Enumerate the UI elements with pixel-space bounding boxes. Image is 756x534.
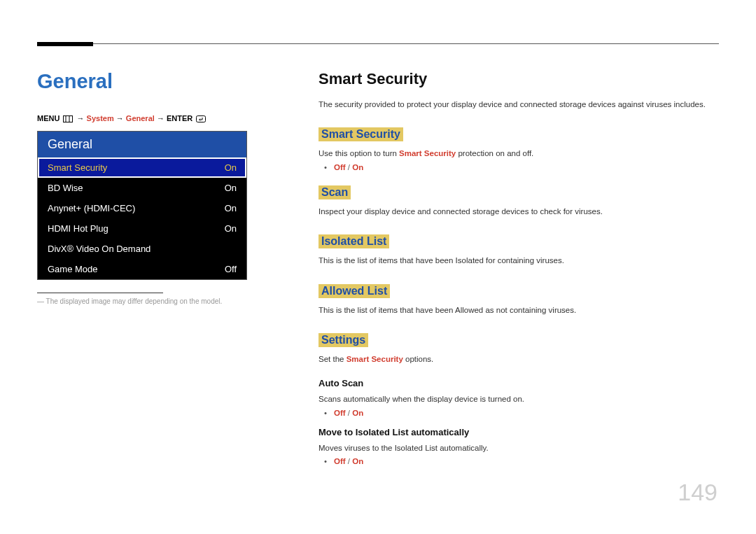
menu-row-bd-wise[interactable]: BD Wise On [38,178,246,198]
option-off: Off [334,409,346,417]
menu-row-game-mode[interactable]: Game Mode Off [38,259,246,279]
menu-row-hdmi-hot-plug[interactable]: HDMI Hot Plug On [38,218,246,239]
svg-rect-0 [64,116,73,122]
option-sep: / [346,163,353,171]
heading-allowed-list: Allowed List [318,284,390,298]
breadcrumb-system: System [87,114,114,122]
heading-settings: Settings [318,333,368,347]
menu-row-label: HDMI Hot Plug [48,223,108,234]
footnote: The displayed image may differ depending… [37,297,286,305]
menu-mock-title: General [38,132,246,157]
heading-move-isolated: Move to Isolated List automatically [318,427,721,437]
move-isolated-desc: Moves viruses to the Isolated List autom… [318,442,721,454]
move-isolated-options: Off / On [318,457,721,465]
menu-row-smart-security[interactable]: Smart Security On [38,157,246,178]
breadcrumb-arrow: → [77,114,85,122]
text-highlight: Smart Security [346,355,403,363]
scan-desc: Inspect your display device and connecte… [318,205,721,218]
option-off: Off [334,163,346,171]
text: protection on and off. [456,149,533,157]
breadcrumb-enter: ENTER [167,114,192,122]
menu-row-label: Game Mode [48,264,98,274]
heading-smart-security: Smart Security [318,127,403,141]
option-sep: / [346,409,353,417]
page-number: 149 [678,479,718,506]
menu-row-value: On [225,223,237,234]
intro-text: The security provided to protect your di… [318,98,721,111]
allowed-desc: This is the list of items that have been… [318,304,721,316]
option-off: Off [334,457,346,465]
breadcrumb-general: General [126,114,155,122]
breadcrumb-arrow: → [157,114,164,122]
header-accent [37,42,93,46]
section-title-smart-security: Smart Security [318,70,721,88]
smart-security-options: Off / On [318,163,721,171]
header-rule [37,43,719,45]
option-sep: / [346,457,353,465]
option-on: On [352,163,363,171]
text: options. [403,355,433,363]
menu-row-label: Anynet+ (HDMI-CEC) [48,203,135,213]
menu-row-anynet[interactable]: Anynet+ (HDMI-CEC) On [38,198,246,218]
option-on: On [352,457,363,465]
menu-row-value: Off [225,264,237,274]
right-column: Smart Security The security provided to … [318,70,721,475]
breadcrumb-arrow: → [116,114,124,122]
menu-row-value: On [225,203,237,213]
text: Set the [318,355,346,363]
breadcrumb-menu: MENU [37,114,59,122]
auto-scan-desc: Scans automatically when the display dev… [318,393,721,405]
text-highlight: Smart Security [399,149,456,157]
footnote-rule [37,293,163,293]
menu-row-value: On [225,162,237,173]
menu-row-label: Smart Security [48,162,107,173]
option-on: On [352,409,363,417]
svg-rect-3 [197,116,206,122]
heading-scan: Scan [318,185,351,199]
breadcrumb: MENU → System → General → ENTER [37,114,286,122]
smart-security-desc: Use this option to turn Smart Security p… [318,147,721,160]
page-title-left: General [37,70,286,93]
menu-icon [63,115,73,122]
menu-row-label: BD Wise [48,183,83,193]
settings-desc: Set the Smart Security options. [318,353,721,365]
enter-icon [196,115,206,122]
heading-isolated-list: Isolated List [318,234,389,248]
left-column: General MENU → System → General → ENTER … [37,70,286,305]
menu-mock: General Smart Security On BD Wise On Any… [37,131,247,280]
heading-auto-scan: Auto Scan [318,378,721,388]
text: Use this option to turn [318,149,399,157]
isolated-desc: This is the list of items that have been… [318,254,721,267]
menu-row-label: DivX® Video On Demand [48,244,150,254]
menu-row-divx[interactable]: DivX® Video On Demand [38,239,246,259]
menu-row-value: On [225,183,237,193]
auto-scan-options: Off / On [318,409,721,417]
